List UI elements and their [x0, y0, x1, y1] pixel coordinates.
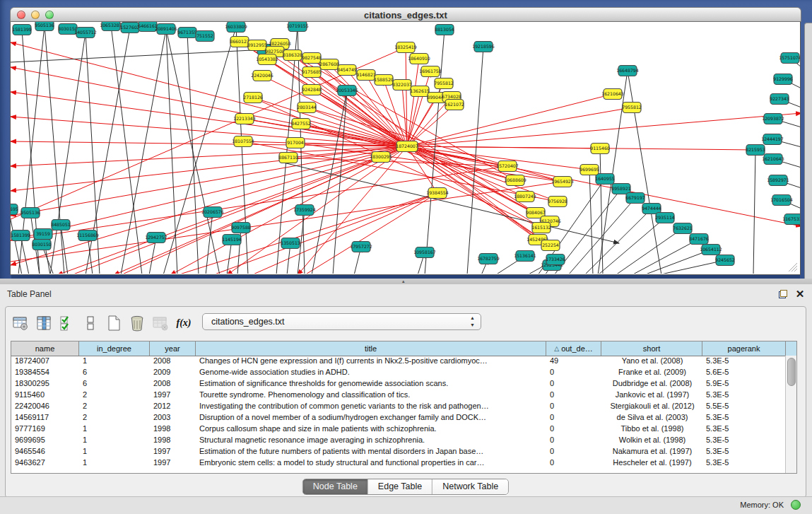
graph-node[interactable]: 16961758 [419, 66, 442, 77]
graph-node[interactable]: 10719155 [286, 22, 309, 32]
table-row[interactable]: 1872400712008Changes of HCN gene express… [11, 356, 786, 367]
graph-edge[interactable] [252, 193, 437, 274]
table-row[interactable]: 977716911998Corpus callosum shape and si… [11, 424, 786, 435]
graph-edge[interactable] [628, 71, 661, 274]
graph-edge[interactable] [276, 26, 298, 274]
graph-node[interactable]: 1621072 [445, 100, 464, 110]
graph-node[interactable]: 9827548 [302, 53, 322, 64]
graph-node[interactable]: 9115460 [590, 144, 610, 154]
graph-node[interactable]: 20891406 [155, 24, 177, 35]
graph-node[interactable]: 8427552 [291, 119, 311, 129]
graph-edge[interactable] [598, 218, 665, 274]
graph-node[interactable]: 8912955 [247, 40, 267, 51]
graph-node[interactable]: 8186328 [283, 50, 302, 61]
graph-node[interactable]: 11675319 [782, 214, 800, 225]
graph-node[interactable]: 1527602 [120, 23, 140, 33]
table-row[interactable]: 946554611997Estimation of the future num… [11, 446, 786, 457]
graph-node[interactable]: 1350513 [281, 238, 300, 249]
graph-node[interactable]: 11156869 [76, 230, 99, 241]
graph-edge[interactable] [187, 33, 199, 274]
memory-status-indicator[interactable] [791, 500, 801, 510]
graph-edge[interactable] [407, 146, 563, 182]
column-header-short[interactable]: short [601, 341, 702, 356]
graph-node[interactable]: 1581399 [12, 25, 32, 35]
graph-node[interactable]: 6679197 [625, 193, 645, 204]
graph-node[interactable]: 12444197 [761, 134, 784, 145]
graph-edge[interactable] [111, 25, 142, 274]
table-row[interactable]: 1938455462009Genome-wide association stu… [11, 367, 786, 378]
graph-node[interactable]: 1581399 [11, 230, 30, 241]
graph-edge[interactable] [644, 250, 711, 274]
graph-node[interactable]: 9699695 [579, 165, 599, 175]
graph-node[interactable]: 12213343 [233, 114, 256, 124]
function-builder-button[interactable]: f(x) [175, 314, 193, 332]
graph-node[interactable]: 18325419 [394, 42, 417, 53]
graph-node[interactable]: 16033809 [225, 22, 247, 33]
table-row[interactable]: 969969511998Structural magnetic resonanc… [11, 435, 786, 446]
graph-node[interactable]: 15136141 [514, 251, 536, 262]
graph-node[interactable]: 10654112 [700, 245, 722, 255]
graph-node[interactable]: 8485051 [51, 220, 71, 230]
graph-node[interactable]: 14055712 [74, 28, 97, 38]
graph-node[interactable]: 10688609 [504, 175, 526, 186]
graph-node[interactable]: 2718126 [243, 93, 263, 103]
graph-node[interactable]: 10543382 [256, 54, 278, 65]
column-header-title[interactable]: title [196, 341, 546, 356]
graph-node[interactable]: 17016504 [770, 195, 793, 206]
graph-node[interactable]: 9227343 [770, 94, 789, 105]
graph-edge[interactable] [11, 146, 407, 166]
graph-node[interactable]: 1640955 [595, 174, 615, 185]
graph-node[interactable]: 18300295 [370, 152, 392, 163]
graph-node[interactable]: 9245652 [715, 255, 735, 266]
delete-column-button[interactable] [128, 314, 146, 332]
graph-node[interactable]: 18107554 [232, 136, 254, 147]
graph-node[interactable]: 10653287 [100, 22, 122, 31]
graph-node[interactable]: 10958167 [413, 247, 436, 258]
graph-node[interactable]: 19384554 [426, 188, 449, 199]
show-columns-button[interactable] [35, 314, 53, 332]
graph-node[interactable]: 18807243 [514, 192, 536, 202]
graph-edge[interactable] [753, 150, 755, 274]
graph-node[interactable]: 7955812 [434, 78, 454, 89]
graph-node[interactable]: 7632621 [673, 223, 693, 234]
graph-node[interactable]: 9505136 [20, 208, 40, 218]
graph-node[interactable]: 8660123 [230, 37, 249, 47]
graph-node[interactable]: 2935114 [655, 213, 675, 223]
graph-node[interactable]: 16782759 [477, 254, 500, 264]
graph-node[interactable]: 12942757 [145, 233, 167, 243]
graph-edge[interactable] [11, 146, 407, 191]
graph-node[interactable]: 1615132 [531, 223, 551, 233]
table-row[interactable]: 946362711997Embryonic stem cells: a mode… [11, 457, 786, 469]
network-canvas[interactable]: 1581399950513680301501405571210653287152… [10, 22, 801, 275]
graph-edge[interactable] [589, 170, 593, 274]
table-row[interactable]: 1830029562008Estimation of significance … [11, 378, 786, 390]
graph-node[interactable]: 17359924 [293, 205, 316, 216]
scrollbar-thumb[interactable] [787, 358, 796, 386]
graph-edge[interactable] [407, 146, 755, 150]
graph-node[interactable]: 12093872 [762, 114, 784, 124]
graph-node[interactable]: 917004 [286, 138, 305, 148]
graph-node[interactable]: 8471676 [689, 234, 709, 245]
graph-node[interactable]: 19218596 [472, 42, 495, 52]
graph-node[interactable]: 751552 [196, 31, 214, 42]
graph-node[interactable]: 9671355 [177, 28, 197, 38]
graph-node[interactable]: 22420046 [251, 71, 273, 81]
graph-node[interactable]: 19654923 [551, 177, 574, 187]
graph-node[interactable]: 9097588 [231, 223, 251, 233]
graph-node[interactable]: 39159 [34, 229, 52, 240]
graph-node[interactable]: 8215953 [746, 145, 765, 156]
graph-node[interactable]: 9505136 [35, 22, 54, 31]
column-header-pagerank[interactable]: pagerank [702, 341, 786, 356]
select-all-button[interactable] [58, 314, 76, 332]
network-window-titlebar[interactable]: citations_edges.txt [10, 7, 801, 22]
graph-node[interactable]: 9756928 [548, 197, 567, 207]
graph-node[interactable]: 2803144 [297, 103, 317, 113]
graph-edge[interactable] [467, 47, 483, 274]
table-selector-combobox[interactable]: citations_edges.txt ▲▼ [202, 313, 481, 330]
graph-node[interactable]: 7955812 [622, 103, 642, 113]
column-header-out_de[interactable]: △out_de… [546, 341, 601, 356]
tab-node-table[interactable]: Node Table [303, 479, 368, 494]
table-options-button[interactable] [11, 314, 30, 332]
graph-node[interactable]: 1588520 [374, 75, 394, 86]
panel-splitter[interactable]: ▴ [0, 279, 812, 284]
